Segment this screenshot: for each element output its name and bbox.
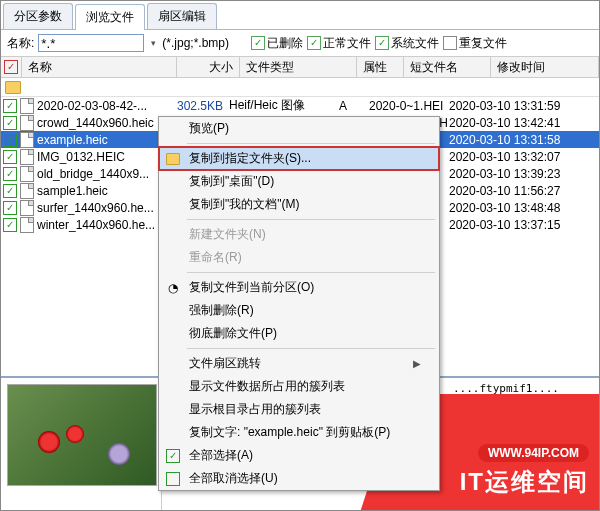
- cell-name: 2020-02-03-08-42-...: [35, 99, 165, 113]
- name-label: 名称:: [7, 35, 34, 52]
- folder-path-bar: [1, 78, 599, 97]
- cell-name: winter_1440x960.he...: [35, 218, 165, 232]
- cell-size: 302.5KB: [165, 99, 229, 113]
- row-checkbox[interactable]: ✓: [3, 99, 17, 113]
- file-icon: [20, 115, 34, 131]
- row-checkbox[interactable]: ✓: [3, 184, 17, 198]
- col-type[interactable]: 文件类型: [240, 57, 357, 77]
- cell-attr: A: [339, 99, 369, 113]
- cell-name: old_bridge_1440x9...: [35, 167, 165, 181]
- col-short[interactable]: 短文件名: [404, 57, 491, 77]
- ctx-perm-delete[interactable]: 彻底删除文件(P): [159, 322, 439, 345]
- ctx-preview[interactable]: 预览(P): [159, 117, 439, 140]
- cell-name: crowd_1440x960.heic: [35, 116, 165, 130]
- file-icon: [20, 98, 34, 114]
- cell-short: 2020-0~1.HEI: [369, 99, 449, 113]
- checkbox-system[interactable]: ✓: [375, 36, 389, 50]
- tab-partition[interactable]: 分区参数: [3, 3, 73, 29]
- checkbox-deleted[interactable]: ✓: [251, 36, 265, 50]
- disk-icon: ◔: [165, 280, 181, 296]
- label-deleted: 已删除: [267, 35, 303, 52]
- thumbnail-pane: [1, 378, 161, 510]
- cell-name: sample1.heic: [35, 184, 165, 198]
- cell-date: 2020-03-10 13:31:59: [449, 99, 599, 113]
- tab-browse[interactable]: 浏览文件: [75, 4, 145, 30]
- checkbox-duplicate[interactable]: ✓: [443, 36, 457, 50]
- row-checkbox[interactable]: ✓: [3, 150, 17, 164]
- cell-name: example.heic: [35, 133, 165, 147]
- ctx-new-folder: 新建文件夹(N): [159, 223, 439, 246]
- cell-date: 2020-03-10 13:32:07: [449, 150, 599, 164]
- label-system: 系统文件: [391, 35, 439, 52]
- name-filter-input[interactable]: [38, 34, 144, 52]
- filter-bar: 名称: ▾ (*.jpg;*.bmp) ✓已删除 ✓正常文件 ✓系统文件 ✓重复…: [1, 30, 599, 57]
- ctx-select-all[interactable]: ✓ 全部选择(A): [159, 444, 439, 467]
- ctx-copy-partition[interactable]: ◔ 复制文件到当前分区(O): [159, 276, 439, 299]
- cell-name: surfer_1440x960.he...: [35, 201, 165, 215]
- cell-date: 2020-03-10 13:31:58: [449, 133, 599, 147]
- column-header: ✓ 名称 大小 文件类型 属性 短文件名 修改时间: [1, 57, 599, 78]
- cell-type: Heif/Heic 图像: [229, 97, 339, 114]
- watermark-text: WWW.94IP.COM IT运维空间: [460, 444, 589, 498]
- table-row[interactable]: ✓2020-02-03-08-42-...302.5KBHeif/Heic 图像…: [1, 97, 599, 114]
- tab-strip: 分区参数 浏览文件 扇区编辑: [1, 1, 599, 30]
- ctx-copy-desktop[interactable]: 复制到"桌面"(D): [159, 170, 439, 193]
- row-checkbox[interactable]: ✓: [3, 116, 17, 130]
- row-checkbox[interactable]: ✓: [3, 133, 17, 147]
- label-duplicate: 重复文件: [459, 35, 507, 52]
- file-types-label: (*.jpg;*.bmp): [162, 36, 229, 50]
- file-icon: [20, 183, 34, 199]
- row-checkbox[interactable]: ✓: [3, 167, 17, 181]
- ctx-deselect-all[interactable]: ✓ 全部取消选择(U): [159, 467, 439, 490]
- cell-date: 2020-03-10 13:48:48: [449, 201, 599, 215]
- col-size[interactable]: 大小: [177, 57, 240, 77]
- file-icon: [20, 200, 34, 216]
- watermark-url: WWW.94IP.COM: [478, 444, 589, 462]
- col-date[interactable]: 修改时间: [491, 57, 599, 77]
- cell-date: 2020-03-10 11:56:27: [449, 184, 599, 198]
- col-name[interactable]: 名称: [22, 57, 177, 77]
- col-attr[interactable]: 属性: [357, 57, 404, 77]
- ctx-show-clusters[interactable]: 显示文件数据所占用的簇列表: [159, 375, 439, 398]
- checkbox-normal[interactable]: ✓: [307, 36, 321, 50]
- preview-image: [7, 384, 157, 486]
- file-icon: [20, 149, 34, 165]
- context-menu: 预览(P) 复制到指定文件夹(S)... 复制到"桌面"(D) 复制到"我的文档…: [158, 116, 440, 491]
- watermark-title: IT运维空间: [460, 468, 589, 495]
- uncheck-icon: ✓: [165, 471, 181, 487]
- cell-date: 2020-03-10 13:42:41: [449, 116, 599, 130]
- ctx-rename: 重命名(R): [159, 246, 439, 269]
- checkbox-all[interactable]: ✓: [4, 60, 18, 74]
- tab-sector-edit[interactable]: 扇区编辑: [147, 3, 217, 29]
- file-icon: [20, 166, 34, 182]
- ctx-copy-docs[interactable]: 复制到"我的文档"(M): [159, 193, 439, 216]
- cell-date: 2020-03-10 13:39:23: [449, 167, 599, 181]
- folder-copy-icon: [165, 151, 181, 167]
- file-icon: [20, 132, 34, 148]
- label-normal: 正常文件: [323, 35, 371, 52]
- ctx-force-delete[interactable]: 强制删除(R): [159, 299, 439, 322]
- ctx-show-root[interactable]: 显示根目录占用的簇列表: [159, 398, 439, 421]
- file-icon: [20, 217, 34, 233]
- row-checkbox[interactable]: ✓: [3, 201, 17, 215]
- row-checkbox[interactable]: ✓: [3, 218, 17, 232]
- submenu-arrow-icon: ▶: [413, 358, 421, 369]
- dropdown-icon[interactable]: ▾: [148, 35, 158, 51]
- ctx-sector-jump[interactable]: 文件扇区跳转▶: [159, 352, 439, 375]
- cell-date: 2020-03-10 13:37:15: [449, 218, 599, 232]
- ctx-copy-text[interactable]: 复制文字: "example.heic" 到剪贴板(P): [159, 421, 439, 444]
- cell-name: IMG_0132.HEIC: [35, 150, 165, 164]
- ctx-copy-to-folder[interactable]: 复制到指定文件夹(S)...: [159, 147, 439, 170]
- folder-icon: [5, 81, 21, 94]
- check-icon: ✓: [165, 448, 181, 464]
